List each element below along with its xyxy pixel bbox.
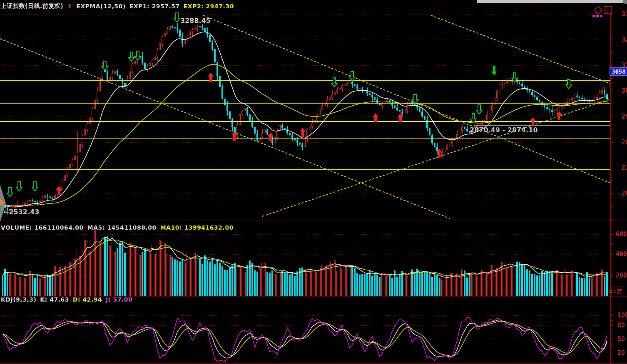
exp2-value: EXP2: 2947.30 [184, 3, 234, 10]
kdj-axis-label: 80 [617, 322, 625, 329]
low-price-annotation: ←2532.43 [3, 208, 39, 216]
price-axis-label: 26 [622, 190, 627, 197]
main-chart-header: 上证指数(日线.前复权) ⬆ EXPMA(12,50) EXP1: 2957.5… [1, 2, 234, 10]
kdj-axis-label: 50 [617, 335, 625, 343]
volume-ma10-value: MA10: 139941632.00 [160, 224, 234, 231]
price-axis-label: 31 [622, 62, 627, 69]
price-axis-label: 33 [622, 10, 627, 18]
exp1-value: EXP1: 2957.57 [129, 3, 180, 10]
kdj-d-value: D: 42.94 [73, 296, 102, 303]
volume-ma5-value: MA5: 145411088.00 [87, 224, 157, 231]
indicator-name[interactable]: EXPMA(12,50) [76, 3, 125, 10]
kdj-name[interactable]: KDJ(9,3,3) [1, 296, 36, 303]
kdj-header: KDJ(9,3,3) K: 47.63 D: 42.94 J: 57.00 [1, 296, 132, 303]
price-axis-label: 27 [622, 164, 627, 171]
background-window-strip [477, 0, 623, 3]
volume-axis-label: 200 [616, 272, 627, 279]
volume-axis-label: 600 [616, 230, 627, 238]
price-axis-label: 30 [622, 87, 627, 94]
window-panel-icon[interactable] [604, 6, 612, 14]
price-axis-label: 32 [622, 36, 627, 43]
kdj-k-value: K: 47.63 [40, 296, 69, 303]
peak-price-annotation: 3288.45 [180, 17, 211, 25]
symbol-title[interactable]: 上证指数(日线.前复权) [1, 2, 63, 10]
kdj-axis-label: 100 [617, 312, 627, 319]
price-range-annotation: 2870.49 - 2874.10 [470, 126, 538, 134]
volume-value: VOLUME: 166110064.00 [1, 224, 84, 231]
kdj-axis-label: 20 [617, 349, 625, 357]
window-panel-icon-divider [607, 7, 607, 13]
volume-axis-label: 400 [616, 250, 627, 258]
kdj-j-value: J: 57.00 [106, 296, 132, 303]
corner-watermark-arrow-icon [0, 199, 5, 206]
volume-unit-label: X1万 [609, 288, 622, 295]
more-options-dots-icon[interactable] [592, 15, 602, 17]
up-arrow-icon: ⬆ [67, 4, 72, 9]
background-window-corner [623, 0, 627, 4]
price-axis-label: 28 [622, 139, 627, 146]
volume-header: VOLUME: 166110064.00 MA5: 145411088.00 M… [1, 224, 234, 231]
chart-canvas[interactable] [0, 0, 627, 364]
stock-chart-app: 上证指数(日线.前复权) ⬆ EXPMA(12,50) EXP1: 2957.5… [0, 0, 627, 364]
price-axis-label: 29 [622, 113, 627, 120]
